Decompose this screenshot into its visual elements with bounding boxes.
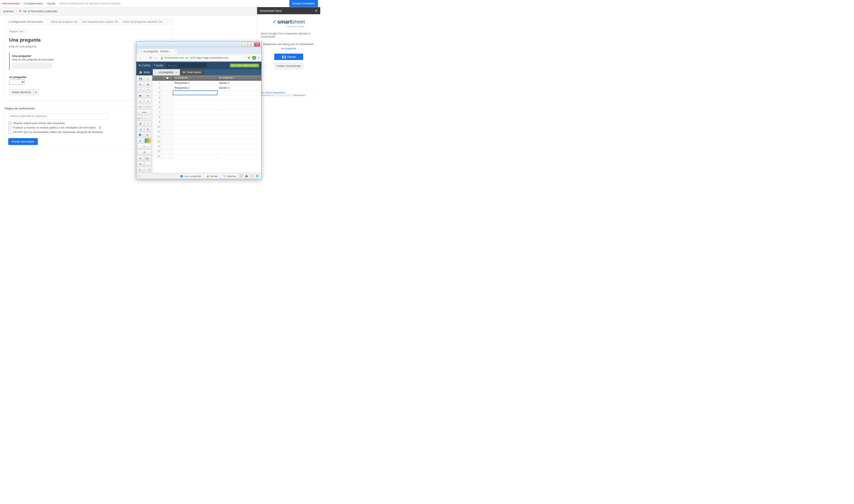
view-published-form[interactable]: 👁 Ver el formulario publicado — [16, 8, 60, 14]
window-minimize[interactable]: — — [242, 42, 248, 47]
confirmation-message-input[interactable]: Hemos registrado tu respuesta. — [8, 113, 108, 120]
menu-ayuda[interactable]: Ayuda — [47, 2, 55, 5]
rowaction-col-icon[interactable]: ⋮ — [170, 77, 172, 79]
tool-percent[interactable]: % — [137, 161, 144, 166]
form-config-tab[interactable]: Configuración del formulario — [5, 19, 47, 25]
alerts-button[interactable]: 🔔Alertas — [204, 174, 220, 178]
table-row[interactable]: 13 — [152, 140, 261, 144]
ext-icon-2[interactable]: ● — [252, 56, 256, 60]
home-icon[interactable]: ⌂ — [155, 56, 156, 60]
reload-icon[interactable]: ⟳ — [149, 56, 152, 60]
bookmark-icon[interactable]: ☆ — [241, 56, 243, 59]
tab-close-icon[interactable]: × — [176, 71, 177, 74]
window-maximize[interactable]: ◻ — [248, 42, 254, 47]
tool-indent-out[interactable]: ⇤ — [137, 98, 144, 104]
forms-icon[interactable]: 📋 — [250, 174, 254, 178]
table-row[interactable]: 1Respuesta 1Opción 2 — [152, 81, 261, 86]
chrome-menu-icon[interactable]: ≡ — [257, 56, 259, 60]
ss-grid[interactable]: 📎💬⋮ un pregunta un pregunta-1 1Respuesta… — [152, 75, 261, 173]
table-row[interactable]: 8 — [152, 115, 261, 120]
ss-banner[interactable]: OBTENER SMARTSHEET — [230, 64, 259, 67]
back-icon[interactable]: ← — [138, 56, 142, 60]
linked-sheet-link[interactable]: un pregunta — [261, 47, 317, 50]
tool-fx[interactable]: f(x)▾ — [145, 156, 151, 161]
tool-wrap[interactable]: ↵▾ — [145, 104, 151, 109]
tool-dec[interactable]: − — [147, 116, 151, 121]
comment-col-icon[interactable]: 💬 — [166, 77, 169, 79]
tool-refresh[interactable]: ↻ — [145, 76, 151, 81]
ss-tab-new[interactable]: ✚ Crear nuevo — [180, 69, 204, 75]
ss-help[interactable]: ? Ayuda — [153, 64, 163, 67]
tool-color[interactable]: A▾ — [145, 132, 151, 138]
ss-account[interactable]: ⚙ Cuenta — [139, 64, 150, 67]
table-row[interactable]: 2Respuesta 2Opción 3 — [152, 86, 261, 91]
tool-email[interactable]: ✉▾ — [137, 82, 144, 87]
table-row[interactable]: 10 — [152, 125, 261, 130]
add-element-button[interactable]: Añadir elemento — [9, 89, 33, 95]
table-row[interactable]: 12 — [152, 134, 261, 140]
menu-complementos[interactable]: Complementos — [23, 2, 43, 5]
table-row[interactable]: 11 — [152, 130, 261, 134]
q2-dropdown[interactable] — [9, 79, 25, 85]
discussions-icon[interactable]: 💬 — [239, 174, 243, 178]
window-titlebar[interactable]: — ◻ ✕ — [136, 41, 261, 47]
table-row[interactable]: 6 — [152, 105, 261, 110]
table-row[interactable]: 5 — [152, 100, 261, 105]
send-form-button-bottom[interactable]: Enviar formulario — [8, 138, 38, 145]
table-row[interactable]: 14 — [152, 144, 261, 149]
tool-fontsize[interactable]: 10▾ — [137, 116, 142, 121]
col-header-2[interactable]: un pregunta-1 — [217, 75, 261, 81]
forward-icon[interactable]: → — [144, 56, 147, 60]
attach-col-icon[interactable]: 📎 — [162, 77, 165, 79]
tool-save[interactable]: 💾 — [137, 76, 144, 81]
attachments-button[interactable]: 📎Adjuntos — [221, 174, 238, 178]
publish-icon[interactable]: 📤 — [244, 174, 249, 178]
close-sidebar-icon[interactable]: ✕ — [315, 9, 317, 13]
window-close[interactable]: ✕ — [254, 42, 260, 47]
table-row[interactable]: 4 — [152, 95, 261, 100]
tool-views[interactable]: ▦▾ — [137, 93, 144, 98]
tool-currency[interactable]: $▾ — [137, 156, 144, 161]
web-icon[interactable]: 🌐 — [255, 174, 259, 178]
ss-search-input[interactable] — [166, 63, 207, 68]
unlink-button[interactable]: Unlink Smartsheet — [274, 63, 303, 69]
ss-tab-home[interactable]: 🏠 Inicio — [136, 69, 153, 75]
tab-close-icon[interactable]: × — [175, 50, 177, 53]
send-form-button-top[interactable]: Enviar formulario — [289, 0, 318, 7]
expand-icon[interactable]: ⛶ — [138, 175, 141, 178]
tool-undo[interactable]: ↶ — [137, 87, 144, 92]
tab-respuestas[interactable]: puestas — [1, 8, 16, 14]
q1-text-input[interactable] — [12, 63, 52, 68]
tool-dec-dec[interactable]: ←.0 — [145, 167, 151, 172]
tool-highlight[interactable]: ✏ — [137, 144, 151, 149]
tool-conditional[interactable] — [145, 138, 151, 143]
tool-indent-in[interactable]: ⇥ — [145, 98, 151, 104]
table-row[interactable]: 15 — [152, 149, 261, 154]
table-row[interactable]: 16 — [152, 154, 261, 159]
tool-strike[interactable]: S — [145, 127, 151, 132]
address-bar[interactable]: 🔒 Smartsheet.com, Inc. [US] https://app.… — [159, 55, 244, 60]
table-row[interactable]: 7 — [152, 110, 261, 115]
tool-redo[interactable]: ↷ — [145, 87, 151, 92]
tool-italic[interactable]: I — [145, 122, 151, 126]
tool-link[interactable]: 🔗 — [137, 150, 151, 155]
about-link[interactable]: About Smartsheet — [265, 91, 285, 94]
ss-tab-active[interactable]: ▾un pregunta× — [153, 69, 180, 75]
menu-herramientas[interactable]: Herramientas — [2, 2, 20, 5]
tool-bold[interactable]: B — [137, 122, 144, 126]
pause-button[interactable]: ❚❚ Pause — [274, 54, 303, 60]
add-element-dropdown[interactable]: ▾ — [33, 89, 38, 95]
table-row[interactable]: 9 — [152, 120, 261, 125]
ext-icon-1[interactable]: 😺 — [247, 56, 251, 60]
tool-format-paint[interactable]: 🖌 — [137, 138, 144, 143]
tool-sort[interactable]: ☰▾ — [145, 93, 151, 98]
tool-fill[interactable]: 🪣▾ — [137, 132, 144, 138]
tool-inc[interactable]: + — [142, 116, 146, 121]
sharing-button[interactable]: 👥Uso compartido — [178, 174, 203, 178]
disconnect-link[interactable]: Disconnect — [293, 94, 305, 96]
tool-underline[interactable]: U — [137, 127, 144, 132]
browser-tab[interactable]: ✓ un pregunta - Smartshee... × — [138, 49, 178, 54]
tool-align[interactable]: ≡▾ — [137, 104, 144, 109]
tool-thousands[interactable]: , — [145, 161, 151, 166]
help-icon[interactable]: ? — [98, 126, 102, 129]
